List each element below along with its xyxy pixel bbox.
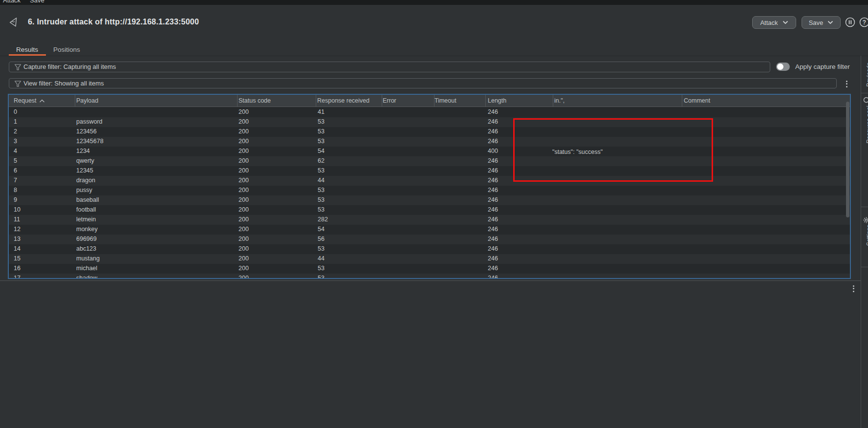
svg-text:?: ?: [863, 19, 866, 26]
